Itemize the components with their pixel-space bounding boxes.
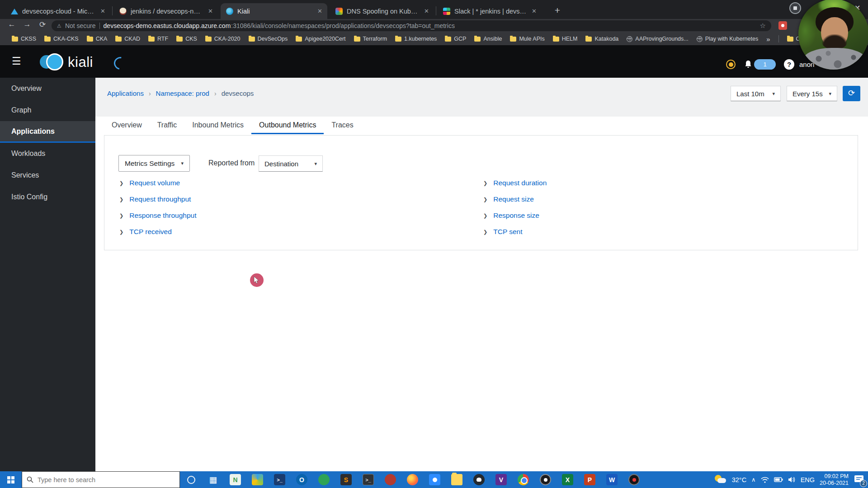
tab-close-icon[interactable]: ✕	[207, 8, 214, 14]
browser-tab-dns[interactable]: DNS Spoofing on Kubernetes Clu ✕	[330, 3, 434, 19]
tab-inbound-metrics[interactable]: Inbound Metrics	[184, 117, 251, 134]
bookmarks-overflow-chevron[interactable]: »	[766, 35, 770, 43]
browser-tab-azure[interactable]: devsecops-cloud - Microsoft Azu ✕	[5, 3, 110, 19]
bookmark-item[interactable]: Terraform	[354, 36, 387, 42]
search-input[interactable]	[38, 476, 164, 483]
expander-response-throughput[interactable]: ❯ Response throughput	[119, 211, 196, 220]
taskbar-clock[interactable]: 09:02 PM 20-06-2021	[820, 473, 849, 487]
tab-traffic[interactable]: Traffic	[150, 117, 185, 134]
sidebar-item-workloads[interactable]: Workloads	[0, 143, 95, 164]
speaker-icon[interactable]	[788, 476, 796, 483]
bookmark-star-icon[interactable]: ☆	[760, 22, 766, 30]
new-tab-button[interactable]: +	[551, 4, 564, 18]
help-icon[interactable]: ?	[784, 59, 794, 70]
tab-close-icon[interactable]: ✕	[316, 8, 324, 14]
bookmark-item[interactable]: GCP	[445, 36, 466, 42]
sidebar-item-istio-config[interactable]: Istio Config	[0, 186, 95, 208]
browser-tab-jenkins[interactable]: jenkins / devsecops-numeric-app ✕	[114, 3, 218, 19]
bookmark-item[interactable]: Katakoda	[585, 36, 618, 42]
chrome-icon[interactable]	[512, 471, 534, 488]
expander-response-size[interactable]: ❯ Response size	[483, 211, 539, 220]
tab-close-icon[interactable]: ✕	[530, 8, 538, 14]
task-view-icon[interactable]: ▦	[202, 471, 224, 488]
tab-outbound-metrics[interactable]: Outbound Metrics	[251, 117, 324, 134]
expander-request-throughput[interactable]: ❯ Request throughput	[119, 195, 191, 203]
forward-icon[interactable]: →	[21, 20, 33, 29]
outlook-icon[interactable]: O	[291, 471, 313, 488]
bookmark-item[interactable]: CKAD	[115, 36, 140, 42]
visual-studio-icon[interactable]: V	[490, 471, 512, 488]
tab-overview[interactable]: Overview	[104, 117, 150, 134]
hamburger-menu-icon[interactable]: ☰	[12, 55, 21, 67]
breadcrumb-namespace[interactable]: Namespace: prod	[156, 89, 209, 97]
powerpoint-icon[interactable]: P	[579, 471, 601, 488]
sublime-text-icon[interactable]: S	[335, 471, 357, 488]
bookmark-item[interactable]: HELM	[553, 36, 578, 42]
mesh-status-icon[interactable]	[726, 60, 736, 69]
bookmark-item[interactable]: DevSecOps	[249, 36, 288, 42]
tray-chevron-up-icon[interactable]: ∧	[751, 476, 756, 483]
bookmark-item[interactable]: CKS	[176, 36, 197, 42]
red-app-icon[interactable]	[379, 471, 401, 488]
browser-tab-kiali-active[interactable]: Kiali ✕	[221, 3, 327, 19]
expander-request-duration[interactable]: ❯ Request duration	[483, 179, 547, 187]
security-chip[interactable]: Not secure	[65, 22, 96, 29]
tab-close-icon[interactable]: ✕	[423, 8, 430, 14]
tab-traces[interactable]: Traces	[324, 117, 361, 134]
metrics-settings-dropdown[interactable]: Metrics Settings ▾	[118, 155, 190, 172]
reload-icon[interactable]: ⟳	[36, 20, 49, 29]
cortana-icon[interactable]	[180, 471, 202, 488]
sidebar-item-applications[interactable]: Applications	[0, 121, 95, 143]
expander-tcp-sent[interactable]: ❯ TCP sent	[483, 228, 523, 236]
browser-tab-slack[interactable]: Slack | * jenkins | devsecops-k8s ✕	[438, 3, 542, 19]
bookmark-item[interactable]: Mule APIs	[510, 36, 544, 42]
bookmark-item[interactable]: CKA-2020	[205, 36, 241, 42]
excel-icon[interactable]: X	[557, 471, 579, 488]
extension-icon[interactable]	[778, 21, 787, 30]
terminal-icon[interactable]: >_	[357, 471, 379, 488]
bookmark-item[interactable]: AAProvingGrounds...	[627, 36, 688, 42]
expander-request-volume[interactable]: ❯ Request volume	[119, 179, 180, 187]
sidebar-item-services[interactable]: Services	[0, 164, 95, 186]
action-center-icon[interactable]: 2	[854, 474, 865, 485]
expander-tcp-received[interactable]: ❯ TCP received	[119, 228, 172, 236]
wifi-icon[interactable]	[761, 477, 769, 483]
duration-dropdown[interactable]: Last 10m ▾	[731, 86, 781, 101]
camera-app-icon[interactable]	[424, 471, 446, 488]
sidebar-item-overview[interactable]: Overview	[0, 78, 95, 99]
bookmark-item[interactable]: CKA-CKS	[44, 36, 79, 42]
powershell-icon[interactable]: >_	[269, 471, 291, 488]
notepad-icon[interactable]: N	[224, 471, 246, 488]
reporter-dropdown[interactable]: Destination ▾	[259, 155, 323, 172]
word-icon[interactable]: W	[601, 471, 623, 488]
code-app-icon[interactable]	[246, 471, 269, 488]
language-indicator[interactable]: ENG	[801, 476, 815, 483]
notification-count-badge[interactable]: 1	[754, 59, 776, 70]
bell-icon[interactable]	[744, 60, 753, 69]
bookmark-item[interactable]: RTF	[148, 36, 168, 42]
refresh-interval-dropdown[interactable]: Every 15s ▾	[787, 86, 837, 101]
refresh-button[interactable]: ⟳	[843, 86, 860, 101]
bookmark-item[interactable]: CKA	[87, 36, 108, 42]
start-button[interactable]	[0, 471, 22, 488]
sidebar-item-graph[interactable]: Graph	[0, 99, 95, 121]
bookmark-item[interactable]: 1.kubernetes	[395, 36, 437, 42]
taskbar-search[interactable]	[22, 471, 180, 488]
bookmark-item[interactable]: CKSS	[12, 36, 36, 42]
green-app-icon[interactable]	[313, 471, 335, 488]
back-icon[interactable]: ←	[5, 20, 18, 29]
bookmark-item[interactable]: Ansible	[474, 36, 502, 42]
address-bar[interactable]: ⚠ Not secure devsecops-demo.eastus.cloud…	[52, 20, 771, 31]
firefox-icon[interactable]	[401, 471, 424, 488]
media-player-icon[interactable]	[534, 471, 557, 488]
battery-icon[interactable]	[774, 477, 783, 483]
breadcrumb-applications[interactable]: Applications	[107, 89, 144, 97]
bookmark-item[interactable]: Play with Kubernetes	[697, 36, 758, 42]
file-explorer-icon[interactable]	[446, 471, 468, 488]
screen-recorder-icon[interactable]	[623, 471, 645, 488]
temperature[interactable]: 32°C	[732, 476, 746, 483]
expander-request-size[interactable]: ❯ Request size	[483, 195, 534, 203]
github-icon[interactable]	[468, 471, 490, 488]
weather-icon[interactable]	[714, 475, 727, 485]
bookmark-item[interactable]: Apigee2020Cert	[296, 36, 345, 42]
